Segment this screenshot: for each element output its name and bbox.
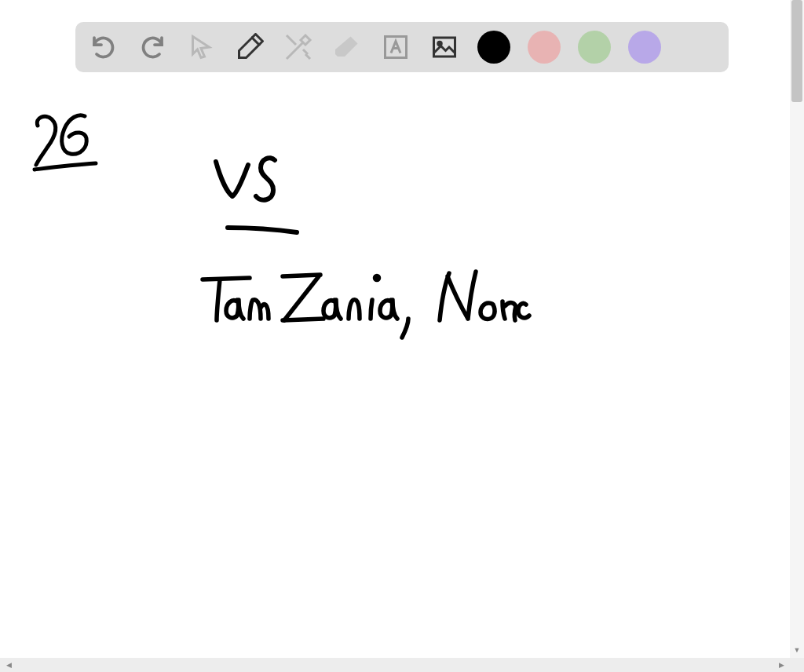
undo-button[interactable] — [88, 31, 119, 63]
image-icon — [430, 33, 459, 61]
color-green[interactable] — [578, 31, 611, 64]
canvas-area[interactable] — [0, 0, 788, 656]
color-pink[interactable] — [528, 31, 561, 64]
app-container: ▼ ◀ ▶ — [0, 0, 804, 672]
eraser-icon — [333, 33, 361, 61]
svg-point-0 — [375, 276, 379, 280]
image-button[interactable] — [429, 31, 460, 63]
pen-button[interactable] — [234, 31, 265, 63]
handwriting-strokes — [0, 0, 788, 656]
color-purple[interactable] — [628, 31, 661, 64]
scrollbar-horizontal[interactable]: ◀ ▶ — [0, 658, 790, 672]
scrollbar-right-arrow-icon[interactable]: ▶ — [774, 658, 788, 672]
pen-icon — [236, 33, 264, 61]
color-black[interactable] — [477, 31, 510, 64]
scroll-corner — [790, 658, 804, 672]
scrollbar-vertical-thumb[interactable] — [791, 0, 802, 102]
undo-icon — [90, 33, 118, 61]
eraser-button[interactable] — [331, 31, 363, 63]
pointer-button[interactable] — [185, 31, 217, 63]
scrollbar-left-arrow-icon[interactable]: ◀ — [2, 658, 16, 672]
tools-icon — [284, 33, 312, 61]
scrollbar-down-arrow-icon[interactable]: ▼ — [790, 644, 804, 656]
text-button[interactable] — [380, 31, 411, 63]
pointer-icon — [187, 33, 215, 61]
redo-button[interactable] — [137, 31, 168, 63]
toolbar — [75, 22, 729, 72]
redo-icon — [138, 33, 166, 61]
svg-rect-2 — [434, 38, 455, 57]
text-icon — [382, 33, 410, 61]
tools-button[interactable] — [283, 31, 314, 63]
scrollbar-vertical[interactable]: ▼ — [790, 0, 804, 658]
